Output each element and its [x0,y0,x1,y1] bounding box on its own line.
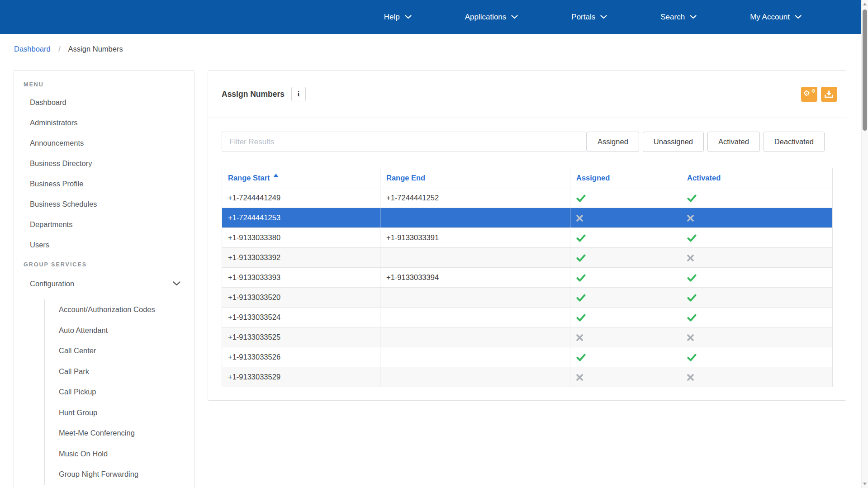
sidebar-item-announcements[interactable]: Announcements [14,133,194,153]
breadcrumb-dashboard-link[interactable]: Dashboard [14,45,51,53]
top-navigation: HelpApplicationsPortalsSearchMy Account [0,0,861,34]
sidebar: MENU DashboardAdministratorsAnnouncement… [14,70,194,488]
nav-item-portals[interactable]: Portals [571,13,607,22]
breadcrumb-separator: / [58,45,61,53]
sidebar-subitem-group-night-forwarding[interactable]: Group Night Forwarding [45,464,194,485]
sidebar-subitem-music-on-hold[interactable]: Music On Hold [45,444,194,464]
table-row[interactable]: +1-9133033520 [222,288,833,308]
scrollbar-thumb[interactable] [863,9,867,131]
check-icon [687,234,697,242]
activated-cell [681,308,833,327]
check-icon [576,354,586,361]
check-icon [687,354,697,361]
cross-icon [687,215,694,222]
table-row[interactable]: +1-9133033529 [222,367,833,387]
cross-icon [687,374,694,381]
sidebar-item-business-directory[interactable]: Business Directory [14,153,194,174]
sidebar-group-services-section-label: GROUP SERVICES [14,261,194,268]
table-row[interactable]: +1-7244441249+1-7244441252 [222,188,833,208]
range-start-cell: +1-9133033380 [222,228,380,248]
chevron-down-icon [600,15,607,19]
sidebar-item-business-schedules[interactable]: Business Schedules [14,194,194,214]
filter-button-assigned[interactable]: Assigned [587,132,639,152]
sidebar-item-business-profile[interactable]: Business Profile [14,174,194,194]
filter-button-unassigned[interactable]: Unassigned [643,132,704,152]
chevron-down-icon [795,15,802,19]
column-header-assigned[interactable]: Assigned [570,168,681,188]
chevron-down-icon [690,15,697,19]
range-end-cell [380,288,570,308]
check-icon [687,274,697,282]
range-end-cell [380,347,570,367]
activated-cell [681,327,833,347]
nav-item-my-account[interactable]: My Account [750,13,802,22]
nav-item-help[interactable]: Help [384,13,412,22]
table-row[interactable]: +1-9133033393+1-9133033394 [222,268,833,288]
breadcrumb: Dashboard / Assign Numbers [14,45,123,53]
sidebar-item-administrators[interactable]: Administrators [14,113,194,133]
nav-item-search[interactable]: Search [660,13,697,22]
activated-cell [681,208,833,228]
sidebar-subitem-meet-me-conferencing[interactable]: Meet-Me Conferencing [45,423,194,444]
assigned-cell [570,248,681,268]
check-icon [576,234,586,242]
sidebar-subitem-account-authorization-codes[interactable]: Account/Authorization Codes [45,299,194,320]
sidebar-subitem-call-park[interactable]: Call Park [45,361,194,382]
table-row[interactable]: +1-9133033526 [222,347,833,367]
assigned-cell [570,228,681,248]
sidebar-item-configuration[interactable]: Configuration [14,272,194,295]
activated-cell [681,288,833,308]
nav-item-applications[interactable]: Applications [465,13,518,22]
check-icon [576,254,586,262]
breadcrumb-current: Assign Numbers [68,45,123,53]
sidebar-subitem-call-center[interactable]: Call Center [45,341,194,361]
assigned-cell [570,208,681,228]
filter-button-deactivated[interactable]: Deactivated [764,132,825,152]
check-icon [576,294,586,302]
sidebar-subitem-hunt-group[interactable]: Hunt Group [45,403,194,423]
scroll-down-arrow-icon[interactable] [863,483,867,485]
range-end-cell [380,208,570,228]
filter-button-activated[interactable]: Activated [707,132,760,152]
sidebar-item-users[interactable]: Users [14,235,194,255]
table-row[interactable]: +1-9133033524 [222,308,833,327]
filter-input[interactable] [222,132,587,152]
cross-icon [576,334,583,341]
check-icon [687,194,697,202]
table-row[interactable]: +1-9133033525 [222,327,833,347]
download-button[interactable] [821,87,837,102]
assigned-cell [570,188,681,208]
vertical-scrollbar[interactable] [861,0,868,488]
cross-icon [576,374,583,381]
sidebar-subitem-auto-attendant[interactable]: Auto Attendant [45,320,194,341]
column-header-range-end[interactable]: Range End [380,168,570,188]
range-start-cell: +1-9133033520 [222,288,380,308]
sort-ascending-icon [273,174,279,177]
activated-cell [681,188,833,208]
table-row[interactable]: +1-9133033380+1-9133033391 [222,228,833,248]
sidebar-subitem-call-pickup[interactable]: Call Pickup [45,382,194,403]
sidebar-item-departments[interactable]: Departments [14,214,194,235]
bulk-actions-button[interactable]: ⚙ ⚙ [801,87,817,102]
sidebar-menu-list: DashboardAdministratorsAnnouncementsBusi… [14,92,194,255]
nav-item-label: Help [384,13,400,22]
page-title: Assign Numbers [222,90,285,99]
sidebar-menu-section-label: MENU [14,81,194,88]
chevron-down-icon [511,15,518,19]
column-header-activated[interactable]: Activated [681,168,833,188]
nav-item-label: Search [660,13,685,22]
table-row[interactable]: +1-7244441253 [222,208,833,228]
panel-header: Assign Numbers i ⚙ ⚙ [208,71,846,118]
nav-item-label: Portals [571,13,595,22]
column-header-range-start[interactable]: Range Start [222,168,380,188]
gear-small-icon: ⚙ [811,89,816,94]
info-button[interactable]: i [291,87,306,101]
range-end-cell: +1-9133033394 [380,268,570,288]
table-row[interactable]: +1-9133033392 [222,248,833,268]
sidebar-configuration-sublist: Account/Authorization CodesAuto Attendan… [44,299,194,485]
sidebar-item-dashboard[interactable]: Dashboard [14,92,194,113]
scroll-up-arrow-icon[interactable] [863,3,867,5]
activated-cell [681,347,833,367]
range-start-cell: +1-7244441253 [222,208,380,228]
filter-row: AssignedUnassignedActivatedDeactivated [222,132,832,152]
